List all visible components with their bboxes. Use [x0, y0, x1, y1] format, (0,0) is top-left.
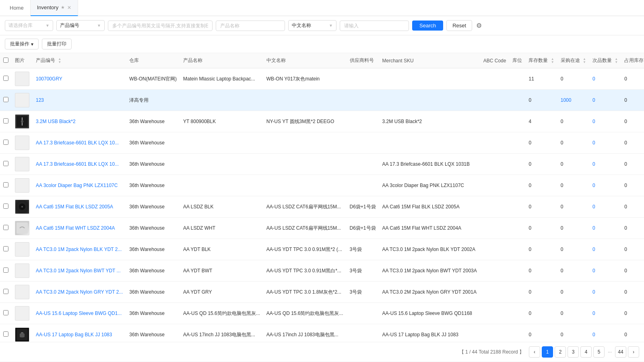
- tab-home[interactable]: Home: [3, 0, 31, 16]
- row-checkbox-5[interactable]: [3, 182, 8, 187]
- row-stock-qty-6: 0: [525, 196, 557, 218]
- row-checkbox-cell-8[interactable]: [0, 239, 12, 260]
- row-merchant-sku-7: AA Cat6 15M Flat WHT LSDZ 2004A: [379, 218, 480, 239]
- row-sku-12[interactable]: AA-US 17 Laptop Bag BLK JJ 1083: [33, 324, 126, 342]
- next-page-button[interactable]: ›: [628, 346, 639, 358]
- prev-page-button[interactable]: ‹: [529, 346, 540, 358]
- row-location-3: [509, 132, 525, 154]
- row-checkbox-cell-12[interactable]: [0, 324, 12, 342]
- warehouse-select[interactable]: 请选择合库 ▼: [5, 20, 53, 31]
- row-checkbox-12[interactable]: [3, 331, 8, 337]
- row-location-4: [509, 154, 525, 175]
- row-checkbox-cell-7[interactable]: [0, 218, 12, 239]
- row-checkbox-cell-0[interactable]: [0, 68, 12, 90]
- row-product-name-5: [180, 175, 263, 196]
- page-2-button[interactable]: 2: [555, 346, 566, 358]
- row-checkbox-1[interactable]: [3, 97, 8, 102]
- product-code-input[interactable]: [108, 21, 213, 31]
- page-5-button[interactable]: 5: [593, 346, 605, 358]
- row-checkbox-10[interactable]: [3, 289, 8, 294]
- row-location-10: [509, 282, 525, 303]
- row-sku-11[interactable]: AA-US 15.6 Laptop Sleeve BWG QD1...: [33, 303, 126, 324]
- row-img-4: [12, 154, 33, 175]
- stock-sort-icon[interactable]: ▲▼: [551, 58, 554, 64]
- col-occupied: 占用库存 ▲▼: [621, 53, 644, 68]
- row-sku-2[interactable]: 3.2M USB Black*2: [33, 111, 126, 132]
- row-sku-3[interactable]: AA 17.3 Briefcase-6601 BLK LQX 10...: [33, 132, 126, 154]
- row-checkbox-cell-5[interactable]: [0, 175, 12, 196]
- row-sku-8[interactable]: AA TC3.0 1M 2pack Nylon BLK YDT 2...: [33, 239, 126, 260]
- row-sku-7[interactable]: AA Cat6 15M Flat WHT LSDZ 2004A: [33, 218, 126, 239]
- row-checkbox-cell-4[interactable]: [0, 154, 12, 175]
- row-warehouse-0: WB-ON(MATEIN官网): [126, 68, 180, 90]
- row-occupied-4: 0: [621, 154, 644, 175]
- product-name-input[interactable]: [216, 21, 285, 31]
- row-checkbox-0[interactable]: [3, 76, 8, 81]
- row-sku-1[interactable]: 123: [33, 90, 126, 111]
- row-checkbox-9[interactable]: [3, 267, 8, 273]
- filter-icon[interactable]: ⚙: [476, 22, 482, 29]
- row-sku-10[interactable]: AA TC3.0 2M 2pack Nylon GRY YDT 2...: [33, 282, 126, 303]
- row-merchant-sku-12: AA-US 17 Laptop Bag BLK JJ 1083: [379, 324, 480, 342]
- page-last-button[interactable]: 44: [615, 346, 626, 358]
- select-all-header[interactable]: [0, 53, 12, 68]
- row-checkbox-7[interactable]: [3, 225, 8, 230]
- sku-sort-icon[interactable]: ▲▼: [58, 58, 61, 64]
- row-chinese-name-0: WB-ON Y017灰色matein: [263, 68, 347, 90]
- row-checkbox-cell-11[interactable]: [0, 303, 12, 324]
- row-abc-code-7: [480, 218, 510, 239]
- page-4-button[interactable]: 4: [580, 346, 592, 358]
- page-3-button[interactable]: 3: [568, 346, 579, 358]
- page-1-button[interactable]: 1: [542, 346, 553, 358]
- tab-inventory[interactable]: Inventory ★ ✕: [31, 0, 78, 16]
- row-checkbox-cell-2[interactable]: [0, 111, 12, 132]
- row-checkbox-cell-3[interactable]: [0, 132, 12, 154]
- tab-close-icon[interactable]: ✕: [67, 5, 71, 10]
- table-row: AA TC3.0 1M 2pack Nylon BLK YDT 2...36th…: [0, 239, 644, 260]
- row-supplier-code-7: D6袋+1号袋: [347, 218, 379, 239]
- purchase-sort-icon[interactable]: ▲▼: [583, 58, 586, 64]
- row-checkbox-2[interactable]: [3, 118, 8, 123]
- row-location-2: [509, 111, 525, 132]
- row-chinese-name-10: AA-US YDT TPC 3.0 1.8M灰色*2...: [263, 282, 347, 303]
- reset-button[interactable]: Reset: [446, 20, 472, 31]
- row-checkbox-cell-9[interactable]: [0, 260, 12, 282]
- row-checkbox-cell-6[interactable]: [0, 196, 12, 218]
- row-sku-9[interactable]: AA TC3.0 1M 2pack Nylon BWT YDT ...: [33, 260, 126, 282]
- row-sku-0[interactable]: 100700GRY: [33, 68, 126, 90]
- row-chinese-name-11: AA-US QD 15.6简约款电脑包黑灰...: [263, 303, 347, 324]
- row-product-name-4: [180, 154, 263, 175]
- batch-action-button[interactable]: 批量操作 ▾: [5, 39, 39, 49]
- row-product-name-8: AA YDT BLK: [180, 239, 263, 260]
- row-checkbox-11[interactable]: [3, 310, 8, 315]
- svg-rect-6: [17, 222, 28, 234]
- row-abc-code-12: [480, 324, 510, 342]
- row-stock-qty-8: 0: [525, 239, 557, 260]
- row-sku-5[interactable]: AA 3color Diaper Bag PNK LZX1107C: [33, 175, 126, 196]
- row-checkbox-8[interactable]: [3, 246, 8, 251]
- row-merchant-sku-9: AA TC3.0 1M 2pack Nylon BWT YDT 2003A: [379, 260, 480, 282]
- next-sort-icon[interactable]: ▲▼: [615, 58, 618, 64]
- select-all-checkbox[interactable]: [3, 58, 8, 63]
- row-occupied-9: 0: [621, 260, 644, 282]
- row-checkbox-cell-10[interactable]: [0, 282, 12, 303]
- batch-print-button[interactable]: 批量打印: [42, 39, 72, 49]
- row-location-7: [509, 218, 525, 239]
- warehouse-arrow-icon: ▼: [45, 23, 50, 28]
- row-checkbox-6[interactable]: [3, 204, 8, 209]
- tab-star-icon[interactable]: ★: [61, 5, 65, 10]
- row-merchant-sku-3: [379, 132, 480, 154]
- search-button[interactable]: Search: [412, 21, 443, 31]
- row-stock-qty-0: 11: [525, 68, 557, 90]
- product-code-select[interactable]: 产品编号 ▼: [56, 20, 105, 31]
- row-img-2: [12, 111, 33, 132]
- row-checkbox-cell-1[interactable]: [0, 90, 12, 111]
- search-input[interactable]: [340, 21, 409, 31]
- row-sku-4[interactable]: AA 17.3 Briefcase-6601 BLK LQX 10...: [33, 154, 126, 175]
- chinese-name-select[interactable]: 中文名称 ▼: [288, 20, 336, 31]
- row-product-name-1: [180, 90, 263, 111]
- row-sku-6[interactable]: AA Cat6 15M Flat BLK LSDZ 2005A: [33, 196, 126, 218]
- row-checkbox-3[interactable]: [3, 140, 8, 145]
- row-checkbox-4[interactable]: [3, 161, 8, 166]
- row-merchant-sku-5: AA 3color Diaper Bag PNK LZX1107C: [379, 175, 480, 196]
